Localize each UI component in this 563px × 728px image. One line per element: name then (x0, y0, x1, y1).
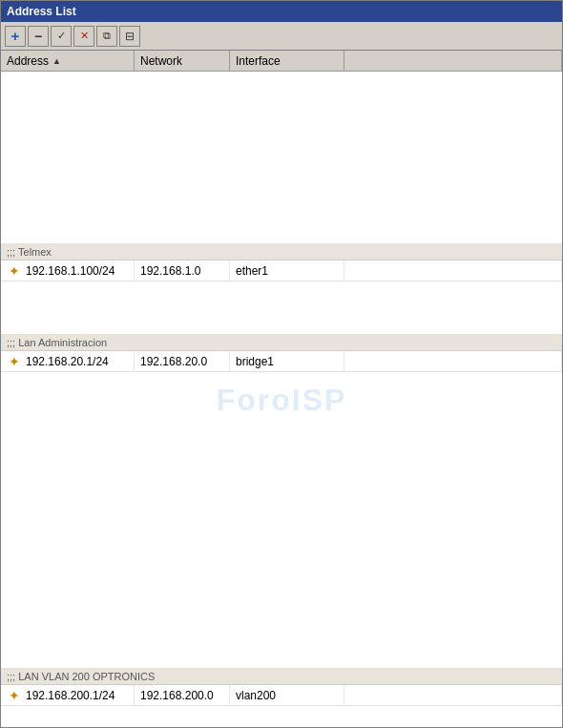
header-interface[interactable]: Interface (230, 51, 344, 71)
cell-interface: vlan200 (230, 685, 344, 705)
cell-rest (344, 260, 562, 281)
table-row[interactable]: ✦ 192.168.20.1/24 192.168.20.0 bridge1 (1, 351, 562, 372)
row-status-icon: ✦ (7, 354, 22, 369)
header-address[interactable]: Address ▲ (1, 51, 135, 71)
copy-button[interactable]: ⧉ (96, 26, 117, 47)
table-body: ForoISP ;;; Telmex ✦ 192.168.1.100/24 19… (1, 72, 562, 727)
add-icon: + (11, 28, 20, 44)
disable-button[interactable]: ✕ (73, 26, 94, 47)
cell-interface: ether1 (230, 260, 344, 281)
empty-mid1 (1, 281, 562, 334)
cell-network: 192.168.1.0 (135, 260, 230, 281)
cell-rest (344, 685, 562, 705)
window-title: Address List (7, 5, 76, 18)
row-status-icon: ✦ (7, 688, 22, 703)
remove-button[interactable]: − (28, 26, 49, 47)
sort-arrow-icon: ▲ (52, 56, 61, 66)
section-telmex: ;;; Telmex (1, 243, 562, 260)
filter-button[interactable]: ⊟ (119, 26, 140, 47)
empty-mid2 (1, 372, 562, 668)
filter-icon: ⊟ (125, 30, 135, 43)
copy-icon: ⧉ (103, 30, 111, 42)
add-button[interactable]: + (5, 26, 26, 47)
cell-network: 192.168.200.0 (135, 685, 230, 705)
cell-address: ✦ 192.168.20.1/24 (1, 351, 135, 371)
main-window: Address List + − ✓ ✕ ⧉ ⊟ Address ▲ Netwo… (0, 0, 563, 728)
cross-icon: ✕ (80, 30, 89, 42)
section-lan-vlan: ;;; LAN VLAN 200 OPTRONICS (1, 668, 562, 685)
header-network[interactable]: Network (135, 51, 230, 71)
table-row[interactable]: ✦ 192.168.200.1/24 192.168.200.0 vlan200 (1, 685, 562, 706)
cell-network: 192.168.20.0 (135, 351, 230, 371)
enable-button[interactable]: ✓ (51, 26, 72, 47)
title-bar: Address List (1, 1, 562, 22)
header-rest (344, 51, 562, 71)
table-header: Address ▲ Network Interface (1, 51, 562, 72)
cell-rest (344, 351, 562, 371)
cell-address: ✦ 192.168.1.100/24 (1, 260, 135, 281)
check-icon: ✓ (57, 30, 66, 42)
minus-icon: − (34, 30, 42, 43)
empty-top (1, 72, 562, 243)
toolbar: + − ✓ ✕ ⧉ ⊟ (1, 22, 562, 51)
cell-interface: bridge1 (230, 351, 344, 371)
row-status-icon: ✦ (7, 263, 22, 279)
table-row[interactable]: ✦ 192.168.1.100/24 192.168.1.0 ether1 (1, 260, 562, 281)
section-lan-admin: ;;; Lan Administracion (1, 334, 562, 351)
cell-address: ✦ 192.168.200.1/24 (1, 685, 135, 705)
